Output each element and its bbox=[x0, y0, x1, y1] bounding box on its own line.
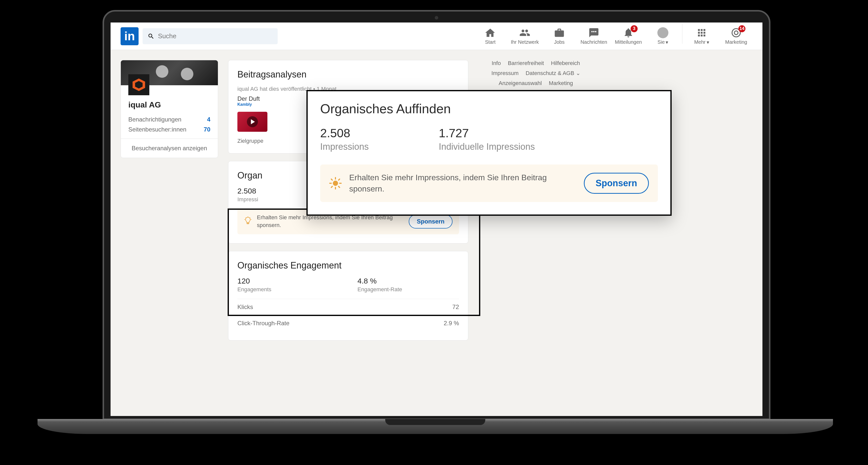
nav-divider bbox=[682, 24, 682, 44]
chevron-down-icon: ⌄ bbox=[576, 70, 580, 76]
sidebar-row-label: Benachrichtigungen bbox=[128, 116, 181, 123]
overlay-unique-label: Individuelle Impressions bbox=[439, 141, 535, 152]
linkedin-logo-icon[interactable]: in bbox=[121, 27, 138, 45]
avatar-icon bbox=[657, 27, 669, 38]
company-sidebar: iqual AG Benachrichtigungen 4 Seitenbesu… bbox=[121, 60, 218, 158]
footer-link-ads[interactable]: Anzeigenauswahl bbox=[499, 80, 541, 87]
nav-messages[interactable]: Nachrichten bbox=[578, 24, 610, 49]
nav-items: Start Ihr Netzwerk Jobs Nachrichten 3 bbox=[474, 24, 752, 49]
nav-you[interactable]: Sie▾ bbox=[647, 24, 679, 49]
svg-point-0 bbox=[333, 180, 338, 186]
network-icon bbox=[519, 27, 530, 38]
nav-start-label: Start bbox=[485, 39, 496, 45]
search-box[interactable] bbox=[143, 28, 278, 44]
chevron-down-icon: ▾ bbox=[665, 39, 668, 45]
overlay-title: Organisches Auffinden bbox=[320, 101, 658, 116]
stat-line-ctr: Click-Through-Rate 2.9 % bbox=[238, 315, 459, 331]
footer-link-marketing[interactable]: Marketing bbox=[549, 80, 573, 87]
nav-notifications-label: Mitteilungen bbox=[615, 39, 642, 45]
impressions-value: 2.508 bbox=[238, 187, 287, 195]
post-video-thumbnail[interactable] bbox=[238, 112, 268, 132]
nav-jobs[interactable]: Jobs bbox=[543, 24, 576, 49]
sidebar-row-notifications[interactable]: Benachrichtigungen 4 bbox=[121, 114, 218, 125]
sidebar-row-label: Seitenbesucher:innen bbox=[128, 126, 186, 133]
laptop-base bbox=[37, 419, 833, 434]
marketing-badge: 14 bbox=[738, 25, 745, 32]
highlight-box-small bbox=[228, 208, 480, 316]
nav-jobs-label: Jobs bbox=[554, 39, 565, 45]
nav-notifications[interactable]: 3 Mitteilungen bbox=[612, 24, 645, 49]
footer-link-accessibility[interactable]: Barrierefreiheit bbox=[508, 60, 544, 66]
play-icon bbox=[247, 116, 258, 127]
organic-find-overlay: Organisches Auffinden 2.508 Impressions … bbox=[306, 90, 672, 216]
nav-network-label: Ihr Netzwerk bbox=[511, 39, 539, 45]
nav-you-label: Sie bbox=[658, 39, 665, 45]
stat-line-value: 2.9 % bbox=[444, 320, 459, 327]
nav-network[interactable]: Ihr Netzwerk bbox=[508, 24, 541, 49]
svg-line-7 bbox=[331, 186, 332, 187]
footer-link-help[interactable]: Hilfebereich bbox=[551, 60, 580, 66]
overlay-stat-unique: 1.727 Individuelle Impressions bbox=[439, 126, 535, 152]
svg-line-5 bbox=[331, 179, 332, 180]
nav-marketing[interactable]: 14 Marketing bbox=[720, 24, 752, 49]
overlay-impressions-label: Impressions bbox=[320, 141, 369, 152]
nav-start[interactable]: Start bbox=[474, 24, 506, 49]
sidebar-row-value: 4 bbox=[207, 116, 210, 123]
search-input[interactable] bbox=[158, 32, 273, 40]
nav-marketing-label: Marketing bbox=[725, 39, 747, 45]
overlay-stat-impressions: 2.508 Impressions bbox=[320, 126, 369, 152]
footer-links: Info Barrierefreiheit Hilfebereich Impre… bbox=[478, 60, 593, 87]
svg-line-6 bbox=[339, 179, 340, 180]
overlay-unique-value: 1.727 bbox=[439, 126, 535, 140]
lightbulb-icon bbox=[329, 177, 342, 190]
search-icon bbox=[148, 33, 155, 40]
sidebar-row-value: 70 bbox=[204, 126, 210, 133]
company-logo-icon[interactable] bbox=[128, 74, 149, 95]
nav-more-label: Mehr bbox=[694, 39, 706, 45]
grid-icon bbox=[696, 27, 707, 38]
home-icon bbox=[485, 27, 496, 38]
laptop-notch bbox=[385, 419, 485, 425]
svg-line-8 bbox=[339, 186, 340, 187]
messages-icon bbox=[588, 27, 599, 38]
briefcase-icon bbox=[554, 27, 565, 38]
stat-line-label: Click-Through-Rate bbox=[238, 320, 289, 327]
laptop-camera-icon bbox=[435, 16, 438, 20]
footer-link-imprint[interactable]: Impressum bbox=[491, 70, 519, 76]
overlay-promo-text: Erhalten Sie mehr Impressions, indem Sie… bbox=[349, 172, 576, 195]
company-name[interactable]: iqual AG bbox=[121, 95, 218, 114]
linkedin-header: in Start Ihr Netzwerk Jobs bbox=[111, 23, 763, 50]
screen-viewport: in Start Ihr Netzwerk Jobs bbox=[111, 23, 763, 416]
notifications-badge: 3 bbox=[630, 25, 638, 32]
overlay-sponsor-button[interactable]: Sponsern bbox=[584, 173, 649, 194]
visitor-analytics-button[interactable]: Besucheranalysen anzeigen bbox=[121, 138, 218, 158]
footer-link-info[interactable]: Info bbox=[492, 60, 501, 66]
nav-messages-label: Nachrichten bbox=[581, 39, 607, 45]
footer-link-privacy[interactable]: Datenschutz & AGB ⌄ bbox=[526, 70, 580, 76]
sidebar-row-visitors[interactable]: Seitenbesucher:innen 70 bbox=[121, 125, 218, 134]
card-title: Beitragsanalysen bbox=[238, 69, 459, 80]
overlay-promo-bar: Erhalten Sie mehr Impressions, indem Sie… bbox=[320, 165, 658, 202]
impressions-label: Impressi bbox=[238, 196, 287, 203]
nav-more[interactable]: Mehr▾ bbox=[685, 24, 718, 49]
chevron-down-icon: ▾ bbox=[707, 39, 709, 45]
overlay-impressions-value: 2.508 bbox=[320, 126, 369, 140]
